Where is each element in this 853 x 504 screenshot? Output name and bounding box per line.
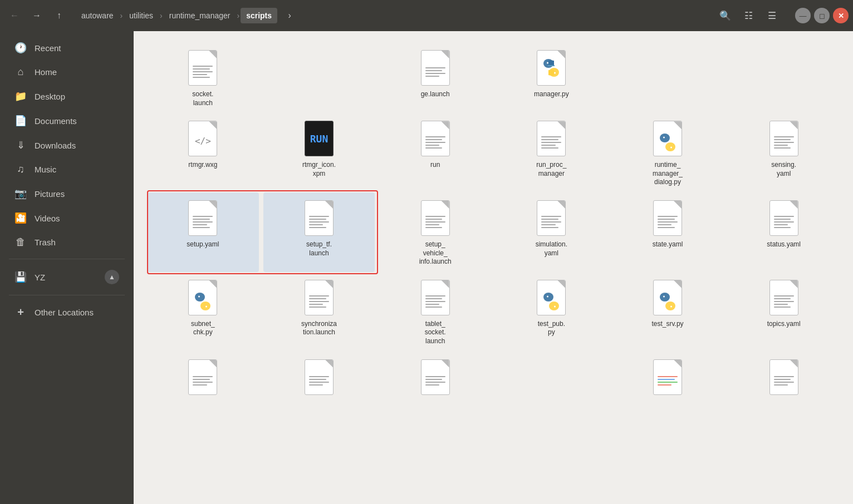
file-name: subnet_chk.py bbox=[191, 320, 215, 337]
yz-drive-icon: 💾 bbox=[14, 271, 27, 283]
sidebar-item-pictures[interactable]: 📷 Pictures bbox=[3, 182, 130, 205]
sidebar-item-music[interactable]: ♫ Music bbox=[3, 158, 130, 181]
file-name: test_pub.py bbox=[538, 320, 565, 337]
svg-point-17 bbox=[660, 293, 670, 302]
svg-point-9 bbox=[195, 293, 205, 302]
search-button[interactable]: 🔍 bbox=[715, 6, 735, 26]
main-layout: 🕐 Recent ⌂ Home 📁 Desktop 📄 Documents ⇓ … bbox=[0, 31, 853, 504]
file-name: test_srv.py bbox=[651, 320, 683, 329]
svg-point-12 bbox=[205, 305, 207, 307]
file-item-subnet-chk-py[interactable]: subnet_chk.py bbox=[147, 272, 259, 352]
sidebar: 🕐 Recent ⌂ Home 📁 Desktop 📄 Documents ⇓ … bbox=[0, 31, 134, 504]
forward-button[interactable]: → bbox=[27, 6, 47, 26]
sidebar-item-recent[interactable]: 🕐 Recent bbox=[3, 36, 130, 60]
file-area: socket.launch ge.launch bbox=[134, 31, 853, 504]
file-item-setup-tf-launch[interactable]: setup_tf.launch bbox=[263, 192, 375, 272]
file-item-status-yaml[interactable]: status.yaml bbox=[728, 192, 840, 272]
file-name: topics.yaml bbox=[767, 320, 801, 329]
file-name: state.yaml bbox=[653, 240, 683, 249]
breadcrumb-autoware[interactable]: autoware bbox=[76, 8, 119, 23]
file-item-partial2[interactable] bbox=[263, 352, 375, 405]
documents-icon: 📄 bbox=[14, 115, 27, 127]
sidebar-label-videos: Videos bbox=[35, 214, 60, 223]
file-grid-row3: subnet_chk.py synchronization. bbox=[147, 272, 840, 352]
videos-icon: 🎦 bbox=[14, 212, 27, 224]
file-item-test-srv-py[interactable]: test_srv.py bbox=[612, 272, 724, 352]
svg-point-16 bbox=[554, 305, 556, 307]
sidebar-label-documents: Documents bbox=[35, 116, 77, 126]
sidebar-item-trash[interactable]: 🗑 Trash bbox=[3, 231, 130, 254]
parent-folder-button[interactable]: ↑ bbox=[49, 6, 69, 26]
trash-icon: 🗑 bbox=[14, 236, 27, 248]
breadcrumb: autoware › utilities › runtime_manager ›… bbox=[76, 6, 708, 26]
svg-point-2 bbox=[547, 62, 548, 64]
file-item-run-proc-manager[interactable]: run_proc_manager bbox=[496, 113, 607, 192]
file-item-partial5[interactable] bbox=[612, 352, 724, 405]
file-item-ge-launch[interactable]: ge.launch bbox=[379, 42, 491, 113]
file-item-simulation-yaml[interactable]: simulation.yaml bbox=[496, 192, 607, 272]
sidebar-label-yz: YZ bbox=[35, 273, 45, 282]
file-item-socket-launch[interactable]: socket.launch bbox=[147, 42, 259, 113]
svg-point-8 bbox=[670, 147, 672, 149]
file-name: run_proc_manager bbox=[536, 161, 566, 178]
sidebar-item-downloads[interactable]: ⇓ Downloads bbox=[3, 134, 130, 157]
svg-point-11 bbox=[198, 295, 200, 297]
home-icon: ⌂ bbox=[14, 66, 27, 78]
eject-button[interactable]: ▲ bbox=[105, 270, 119, 284]
breadcrumb-expand-button[interactable]: › bbox=[280, 6, 300, 26]
svg-point-14 bbox=[549, 302, 559, 310]
file-item-state-yaml[interactable]: state.yaml bbox=[612, 192, 724, 272]
file-item-partial1[interactable] bbox=[147, 352, 259, 405]
svg-point-19 bbox=[663, 295, 665, 297]
sidebar-item-yz[interactable]: 💾 YZ ▲ bbox=[3, 264, 130, 290]
file-item-run[interactable]: run bbox=[379, 113, 491, 192]
file-item-partial3[interactable] bbox=[379, 352, 491, 405]
maximize-button[interactable]: ◻ bbox=[814, 8, 830, 23]
file-item-sensing-yaml[interactable]: sensing.yaml bbox=[728, 113, 840, 192]
pictures-icon: 📷 bbox=[14, 187, 27, 200]
menu-button[interactable]: ☰ bbox=[762, 6, 782, 26]
file-item-test-pub-py[interactable]: test_pub.py bbox=[496, 272, 607, 352]
back-button[interactable]: ← bbox=[4, 6, 24, 26]
file-item-manager-py[interactable]: manager.py bbox=[496, 42, 607, 113]
sidebar-item-desktop[interactable]: 📁 Desktop bbox=[3, 85, 130, 108]
sidebar-item-other-locations[interactable]: + Other Locations bbox=[3, 300, 130, 324]
file-name: setup.yaml bbox=[187, 240, 219, 249]
breadcrumb-scripts[interactable]: scripts bbox=[241, 8, 277, 23]
breadcrumb-utilities[interactable]: utilities bbox=[124, 8, 159, 23]
sidebar-item-home[interactable]: ⌂ Home bbox=[3, 61, 130, 83]
sidebar-label-recent: Recent bbox=[35, 43, 61, 53]
file-grid-row2-container: setup.yaml bbox=[147, 192, 840, 272]
view-toggle-button[interactable]: ☷ bbox=[738, 6, 758, 26]
file-item-setup-yaml[interactable]: setup.yaml bbox=[147, 192, 259, 272]
file-item-rtmgr-icon-xpm[interactable]: RUN rtmgr_icon.xpm bbox=[263, 113, 375, 192]
file-item-setup-vehicle-info-launch[interactable]: setup_vehicle_info.launch bbox=[379, 192, 491, 272]
file-item-runtime-manager-dialog-py[interactable]: runtime_manager_dialog.py bbox=[612, 113, 724, 192]
minimize-button[interactable]: — bbox=[795, 8, 811, 23]
file-item-partial4 bbox=[496, 352, 607, 405]
sidebar-item-videos[interactable]: 🎦 Videos bbox=[3, 206, 130, 230]
file-grid-row4 bbox=[147, 352, 840, 405]
file-grid-row2: setup.yaml bbox=[147, 192, 840, 272]
file-name: simulation.yaml bbox=[536, 240, 567, 258]
file-name: sensing.yaml bbox=[771, 161, 796, 178]
file-item-rtmgr-wxg[interactable]: </> rtmgr.wxg bbox=[147, 113, 259, 192]
file-item-empty1 bbox=[263, 42, 375, 113]
file-name: setup_tf.launch bbox=[306, 240, 332, 258]
file-item-topics-yaml[interactable]: topics.yaml bbox=[728, 272, 840, 352]
breadcrumb-runtime-manager[interactable]: runtime_manager bbox=[164, 8, 236, 23]
sidebar-label-home: Home bbox=[35, 67, 57, 77]
file-item-synchronization-launch[interactable]: synchronization.launch bbox=[263, 272, 375, 352]
svg-rect-4 bbox=[548, 65, 555, 66]
svg-point-7 bbox=[663, 137, 665, 139]
downloads-icon: ⇓ bbox=[14, 139, 27, 151]
sidebar-label-pictures: Pictures bbox=[35, 189, 65, 199]
file-grid-row0: socket.launch ge.launch bbox=[147, 42, 840, 113]
file-item-tablet-socket-launch[interactable]: tablet_socket.launch bbox=[379, 272, 491, 352]
file-name: run bbox=[430, 161, 440, 170]
desktop-icon: 📁 bbox=[14, 90, 27, 102]
sidebar-item-documents[interactable]: 📄 Documents bbox=[3, 109, 130, 132]
file-item-partial6[interactable] bbox=[728, 352, 840, 405]
svg-point-6 bbox=[665, 142, 675, 151]
close-button[interactable]: ✕ bbox=[833, 8, 849, 23]
